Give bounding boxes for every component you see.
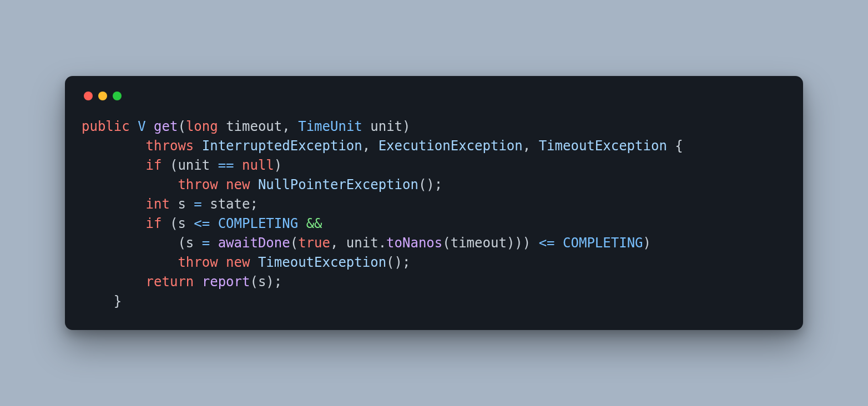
code-token: unit	[346, 235, 379, 251]
code-line: throw new NullPointerException();	[82, 177, 442, 192]
code-token: )	[402, 119, 410, 134]
code-token: {	[675, 138, 683, 154]
code-token: COMPLETING	[563, 235, 643, 251]
code-token	[218, 255, 226, 270]
code-token: ,	[330, 235, 346, 251]
code-token	[362, 119, 370, 134]
code-token	[82, 196, 146, 212]
code-line: (s = awaitDone(true, unit.toNanos(timeou…	[82, 235, 651, 251]
code-token: s	[186, 235, 194, 251]
code-token: state	[210, 196, 250, 212]
code-token	[146, 119, 154, 134]
code-line: throw new TimeoutException();	[82, 255, 410, 270]
code-token: public	[82, 119, 130, 134]
code-token: timeout	[226, 119, 282, 134]
code-token	[250, 255, 258, 270]
code-token: <=	[539, 235, 555, 251]
code-token: (	[162, 158, 178, 173]
code-token: toNanos	[386, 235, 442, 251]
code-token: COMPLETING	[218, 216, 299, 231]
code-line: int s = state;	[82, 196, 258, 212]
code-line: if (s <= COMPLETING &&	[82, 216, 322, 231]
code-token	[82, 138, 146, 154]
code-token	[186, 216, 194, 231]
code-token: ExecutionException	[379, 138, 523, 154]
code-token: }	[114, 293, 122, 309]
code-token: get	[154, 119, 178, 134]
code-token	[667, 138, 675, 154]
code-token: =	[202, 235, 210, 251]
code-token: &&	[306, 216, 322, 231]
code-token: .	[379, 235, 386, 251]
code-token: if	[146, 216, 162, 231]
code-token: TimeUnit	[298, 119, 362, 134]
code-token	[186, 196, 194, 212]
code-token: )))	[507, 235, 539, 251]
code-token: report	[202, 274, 250, 290]
code-token: (	[162, 216, 178, 231]
code-token: throw	[178, 177, 218, 192]
code-token: ,	[362, 138, 379, 154]
code-token	[194, 235, 201, 251]
code-token: long	[186, 119, 218, 134]
code-token	[82, 158, 146, 173]
code-token: ();	[418, 177, 442, 192]
code-token: TimeoutException	[258, 255, 386, 270]
code-token: new	[226, 177, 250, 192]
code-token	[234, 158, 242, 173]
code-token	[170, 196, 178, 212]
code-token: (	[178, 119, 185, 134]
code-token: V	[138, 119, 145, 134]
code-token	[194, 274, 201, 290]
code-token: ==	[218, 158, 234, 173]
code-token	[82, 255, 178, 270]
code-token: ;	[250, 196, 258, 212]
code-token: unit	[370, 119, 402, 134]
code-token: )	[274, 158, 282, 173]
code-line: if (unit == null)	[82, 158, 282, 173]
code-token	[202, 196, 210, 212]
code-token	[82, 293, 114, 309]
code-token	[82, 216, 146, 231]
code-token: true	[298, 235, 330, 251]
code-token: (	[442, 235, 450, 251]
code-line: throws InterruptedException, ExecutionEx…	[82, 138, 683, 154]
code-token: timeout	[451, 235, 507, 251]
code-token: (	[290, 235, 298, 251]
code-token	[210, 235, 218, 251]
close-icon[interactable]	[84, 92, 93, 100]
code-token: s	[178, 216, 185, 231]
code-token: new	[226, 255, 250, 270]
code-token: );	[266, 274, 282, 290]
code-token	[218, 177, 226, 192]
minimize-icon[interactable]	[98, 92, 107, 100]
code-token: (	[82, 235, 186, 251]
code-token: s	[178, 196, 185, 212]
code-token: TimeoutException	[539, 138, 667, 154]
code-token	[82, 177, 178, 192]
code-token: NullPointerException	[258, 177, 418, 192]
code-card: public V get(long timeout, TimeUnit unit…	[65, 76, 803, 330]
code-token	[194, 138, 201, 154]
code-token: ,	[523, 138, 539, 154]
code-token	[210, 158, 218, 173]
code-token	[555, 235, 563, 251]
window-traffic-lights	[84, 92, 786, 100]
code-line: }	[82, 293, 122, 309]
code-token: awaitDone	[218, 235, 290, 251]
code-token: ,	[282, 119, 298, 134]
code-token: throw	[178, 255, 218, 270]
code-line: return report(s);	[82, 274, 282, 290]
code-token: ();	[386, 255, 410, 270]
code-token: <=	[194, 216, 210, 231]
code-token: throws	[146, 138, 194, 154]
code-token: unit	[178, 158, 210, 173]
code-token: (	[250, 274, 258, 290]
code-token: )	[643, 235, 651, 251]
stage: public V get(long timeout, TimeUnit unit…	[0, 0, 868, 406]
maximize-icon[interactable]	[113, 92, 122, 100]
code-token: return	[146, 274, 194, 290]
code-token: =	[194, 196, 201, 212]
code-block: public V get(long timeout, TimeUnit unit…	[82, 117, 786, 311]
code-token: InterruptedException	[202, 138, 362, 154]
